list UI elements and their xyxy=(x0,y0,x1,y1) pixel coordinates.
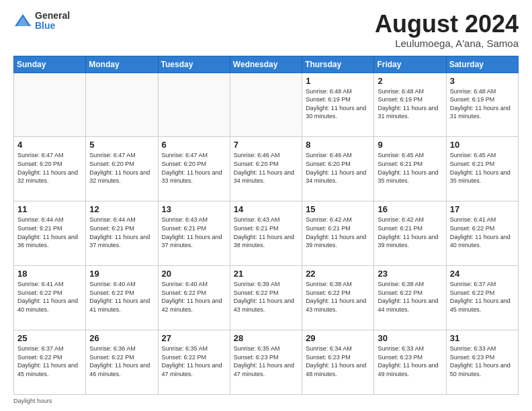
day-num-28: 28 xyxy=(234,333,298,343)
day-info-3: Sunrise: 6:48 AM Sunset: 6:19 PM Dayligh… xyxy=(450,87,515,121)
day-info-22: Sunrise: 6:38 AM Sunset: 6:22 PM Dayligh… xyxy=(306,280,370,314)
day-num-15: 15 xyxy=(306,204,370,214)
day-info-13: Sunrise: 6:43 AM Sunset: 6:21 PM Dayligh… xyxy=(162,216,226,249)
day-info-18: Sunrise: 6:41 AM Sunset: 6:22 PM Dayligh… xyxy=(17,280,82,314)
cell-w2-d1: 4Sunrise: 6:47 AM Sunset: 6:20 PM Daylig… xyxy=(14,137,86,201)
col-tuesday: Tuesday xyxy=(158,56,230,73)
day-num-31: 31 xyxy=(450,333,515,343)
day-num-26: 26 xyxy=(89,333,154,343)
cell-w4-d4: 21Sunrise: 6:39 AM Sunset: 6:22 PM Dayli… xyxy=(230,266,302,330)
col-thursday: Thursday xyxy=(302,56,374,73)
cell-w4-d7: 24Sunrise: 6:37 AM Sunset: 6:22 PM Dayli… xyxy=(446,266,518,330)
day-num-27: 27 xyxy=(162,333,226,343)
cell-w3-d6: 16Sunrise: 6:42 AM Sunset: 6:21 PM Dayli… xyxy=(374,201,446,266)
day-info-6: Sunrise: 6:47 AM Sunset: 6:20 PM Dayligh… xyxy=(162,151,226,185)
cell-w4-d2: 19Sunrise: 6:40 AM Sunset: 6:22 PM Dayli… xyxy=(86,266,158,330)
cell-w1-d1 xyxy=(14,73,86,137)
day-num-8: 8 xyxy=(306,140,370,150)
day-num-5: 5 xyxy=(89,140,154,150)
logo-text: General Blue xyxy=(35,11,70,32)
logo-icon xyxy=(13,11,32,30)
day-info-30: Sunrise: 6:33 AM Sunset: 6:23 PM Dayligh… xyxy=(378,345,442,378)
day-num-17: 17 xyxy=(450,204,515,214)
day-num-14: 14 xyxy=(234,204,298,214)
cell-w3-d5: 15Sunrise: 6:42 AM Sunset: 6:21 PM Dayli… xyxy=(302,201,374,266)
cell-w1-d5: 1Sunrise: 6:48 AM Sunset: 6:19 PM Daylig… xyxy=(302,73,374,137)
week-row-4: 18Sunrise: 6:41 AM Sunset: 6:22 PM Dayli… xyxy=(14,266,519,330)
day-info-27: Sunrise: 6:35 AM Sunset: 6:22 PM Dayligh… xyxy=(162,345,226,378)
cell-w4-d6: 23Sunrise: 6:38 AM Sunset: 6:22 PM Dayli… xyxy=(374,266,446,330)
daylight-hours-label: Daylight hours xyxy=(13,398,52,404)
day-info-19: Sunrise: 6:40 AM Sunset: 6:22 PM Dayligh… xyxy=(89,280,154,314)
week-row-2: 4Sunrise: 6:47 AM Sunset: 6:20 PM Daylig… xyxy=(14,137,519,201)
cell-w3-d1: 11Sunrise: 6:44 AM Sunset: 6:21 PM Dayli… xyxy=(14,201,86,266)
cell-w2-d4: 7Sunrise: 6:46 AM Sunset: 6:20 PM Daylig… xyxy=(230,137,302,201)
day-info-31: Sunrise: 6:33 AM Sunset: 6:23 PM Dayligh… xyxy=(450,345,515,378)
page: General Blue August 2024 Leulumoega, A'a… xyxy=(0,0,532,411)
day-num-16: 16 xyxy=(378,204,442,214)
cell-w3-d4: 14Sunrise: 6:43 AM Sunset: 6:21 PM Dayli… xyxy=(230,201,302,266)
cell-w2-d3: 6Sunrise: 6:47 AM Sunset: 6:20 PM Daylig… xyxy=(158,137,230,201)
day-info-12: Sunrise: 6:44 AM Sunset: 6:21 PM Dayligh… xyxy=(89,216,154,249)
week-row-1: 1Sunrise: 6:48 AM Sunset: 6:19 PM Daylig… xyxy=(14,73,519,137)
cell-w5-d6: 30Sunrise: 6:33 AM Sunset: 6:23 PM Dayli… xyxy=(374,330,446,395)
cell-w3-d2: 12Sunrise: 6:44 AM Sunset: 6:21 PM Dayli… xyxy=(86,201,158,266)
day-num-11: 11 xyxy=(17,204,82,214)
day-num-2: 2 xyxy=(378,76,442,86)
col-wednesday: Wednesday xyxy=(230,56,302,73)
day-info-24: Sunrise: 6:37 AM Sunset: 6:22 PM Dayligh… xyxy=(450,280,515,314)
logo-general-text: General xyxy=(35,11,70,21)
cell-w5-d7: 31Sunrise: 6:33 AM Sunset: 6:23 PM Dayli… xyxy=(446,330,518,395)
day-info-17: Sunrise: 6:41 AM Sunset: 6:22 PM Dayligh… xyxy=(450,216,515,249)
col-saturday: Saturday xyxy=(446,56,518,73)
day-num-12: 12 xyxy=(89,204,154,214)
day-info-2: Sunrise: 6:48 AM Sunset: 6:19 PM Dayligh… xyxy=(378,87,442,121)
cell-w1-d7: 3Sunrise: 6:48 AM Sunset: 6:19 PM Daylig… xyxy=(446,73,518,137)
calendar-table: Sunday Monday Tuesday Wednesday Thursday… xyxy=(13,56,519,395)
cell-w4-d1: 18Sunrise: 6:41 AM Sunset: 6:22 PM Dayli… xyxy=(14,266,86,330)
cell-w2-d7: 10Sunrise: 6:45 AM Sunset: 6:21 PM Dayli… xyxy=(446,137,518,201)
cell-w2-d6: 9Sunrise: 6:45 AM Sunset: 6:21 PM Daylig… xyxy=(374,137,446,201)
day-info-9: Sunrise: 6:45 AM Sunset: 6:21 PM Dayligh… xyxy=(378,151,442,185)
title-block: August 2024 Leulumoega, A'ana, Samoa xyxy=(375,11,519,49)
day-info-16: Sunrise: 6:42 AM Sunset: 6:21 PM Dayligh… xyxy=(378,216,442,249)
day-num-22: 22 xyxy=(306,269,370,279)
day-num-9: 9 xyxy=(378,140,442,150)
cell-w1-d2 xyxy=(86,73,158,137)
day-info-25: Sunrise: 6:37 AM Sunset: 6:22 PM Dayligh… xyxy=(17,345,82,378)
location: Leulumoega, A'ana, Samoa xyxy=(375,38,519,49)
header: General Blue August 2024 Leulumoega, A'a… xyxy=(13,11,519,49)
day-num-10: 10 xyxy=(450,140,515,150)
footer-note: Daylight hours xyxy=(13,398,519,404)
day-info-29: Sunrise: 6:34 AM Sunset: 6:23 PM Dayligh… xyxy=(306,345,370,378)
cell-w2-d2: 5Sunrise: 6:47 AM Sunset: 6:20 PM Daylig… xyxy=(86,137,158,201)
day-num-19: 19 xyxy=(89,269,154,279)
day-info-10: Sunrise: 6:45 AM Sunset: 6:21 PM Dayligh… xyxy=(450,151,515,185)
day-info-20: Sunrise: 6:40 AM Sunset: 6:22 PM Dayligh… xyxy=(162,280,226,314)
day-num-30: 30 xyxy=(378,333,442,343)
day-num-24: 24 xyxy=(450,269,515,279)
cell-w1-d6: 2Sunrise: 6:48 AM Sunset: 6:19 PM Daylig… xyxy=(374,73,446,137)
day-info-14: Sunrise: 6:43 AM Sunset: 6:21 PM Dayligh… xyxy=(234,216,298,249)
week-row-3: 11Sunrise: 6:44 AM Sunset: 6:21 PM Dayli… xyxy=(14,201,519,266)
cell-w1-d3 xyxy=(158,73,230,137)
cell-w5-d4: 28Sunrise: 6:35 AM Sunset: 6:23 PM Dayli… xyxy=(230,330,302,395)
cell-w5-d5: 29Sunrise: 6:34 AM Sunset: 6:23 PM Dayli… xyxy=(302,330,374,395)
day-info-15: Sunrise: 6:42 AM Sunset: 6:21 PM Dayligh… xyxy=(306,216,370,249)
cell-w3-d7: 17Sunrise: 6:41 AM Sunset: 6:22 PM Dayli… xyxy=(446,201,518,266)
day-num-21: 21 xyxy=(234,269,298,279)
day-info-23: Sunrise: 6:38 AM Sunset: 6:22 PM Dayligh… xyxy=(378,280,442,314)
cell-w5-d3: 27Sunrise: 6:35 AM Sunset: 6:22 PM Dayli… xyxy=(158,330,230,395)
day-num-7: 7 xyxy=(234,140,298,150)
col-monday: Monday xyxy=(86,56,158,73)
day-num-29: 29 xyxy=(306,333,370,343)
day-info-4: Sunrise: 6:47 AM Sunset: 6:20 PM Dayligh… xyxy=(17,151,82,185)
col-sunday: Sunday xyxy=(14,56,86,73)
cell-w5-d2: 26Sunrise: 6:36 AM Sunset: 6:22 PM Dayli… xyxy=(86,330,158,395)
day-info-8: Sunrise: 6:46 AM Sunset: 6:20 PM Dayligh… xyxy=(306,151,370,185)
day-num-3: 3 xyxy=(450,76,515,86)
day-num-25: 25 xyxy=(17,333,82,343)
day-info-26: Sunrise: 6:36 AM Sunset: 6:22 PM Dayligh… xyxy=(89,345,154,378)
day-info-7: Sunrise: 6:46 AM Sunset: 6:20 PM Dayligh… xyxy=(234,151,298,185)
col-friday: Friday xyxy=(374,56,446,73)
